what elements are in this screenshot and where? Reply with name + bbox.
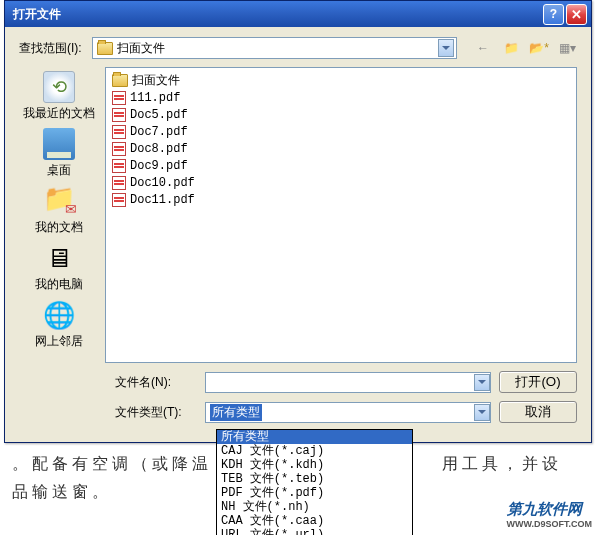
- filetype-option[interactable]: CAJ 文件(*.caj): [217, 444, 412, 458]
- watermark: 第九软件网 WWW.D9SOFT.COM: [507, 500, 593, 529]
- open-button[interactable]: 打开(O): [499, 371, 577, 393]
- filetype-option[interactable]: URL 文件(*.url): [217, 528, 412, 535]
- sidebar-item-computer[interactable]: 我的电脑: [35, 242, 83, 293]
- file-item[interactable]: 扫面文件: [112, 72, 570, 89]
- new-folder-icon[interactable]: 📂*: [529, 38, 549, 58]
- filename-input[interactable]: [205, 372, 491, 393]
- file-item[interactable]: Doc9.pdf: [112, 157, 570, 174]
- file-item[interactable]: Doc8.pdf: [112, 140, 570, 157]
- pdf-icon: [112, 91, 126, 105]
- filetype-option[interactable]: TEB 文件(*.teb): [217, 472, 412, 486]
- sidebar-item-network[interactable]: 网上邻居: [35, 299, 83, 350]
- look-in-row: 查找范围(I): 扫面文件 ← 📁 📂* ▦▾: [5, 27, 591, 67]
- dialog-title: 打开文件: [13, 6, 541, 23]
- up-folder-icon[interactable]: 📁: [501, 38, 521, 58]
- file-item[interactable]: Doc7.pdf: [112, 123, 570, 140]
- close-button[interactable]: ✕: [566, 4, 587, 25]
- view-menu-icon[interactable]: ▦▾: [557, 38, 577, 58]
- filetype-dropdown-list[interactable]: 所有类型CAJ 文件(*.caj)KDH 文件(*.kdh)TEB 文件(*.t…: [216, 429, 413, 535]
- sidebar-item-desktop[interactable]: 桌面: [43, 128, 75, 179]
- file-name: Doc11.pdf: [130, 193, 195, 207]
- pdf-icon: [112, 125, 126, 139]
- cancel-button[interactable]: 取消: [499, 401, 577, 423]
- pdf-icon: [112, 159, 126, 173]
- open-file-dialog: 打开文件 ? ✕ 查找范围(I): 扫面文件 ← 📁 📂* ▦▾ 我最近的文档 …: [4, 0, 592, 443]
- file-name: Doc5.pdf: [130, 108, 188, 122]
- filetype-option[interactable]: CAA 文件(*.caa): [217, 514, 412, 528]
- sidebar-item-recent[interactable]: 我最近的文档: [23, 71, 95, 122]
- file-name: Doc7.pdf: [130, 125, 188, 139]
- file-name: 111.pdf: [130, 91, 180, 105]
- look-in-label: 查找范围(I):: [19, 40, 82, 57]
- filetype-option[interactable]: NH 文件(*.nh): [217, 500, 412, 514]
- network-icon: [43, 299, 75, 331]
- file-item[interactable]: 111.pdf: [112, 89, 570, 106]
- file-item[interactable]: Doc5.pdf: [112, 106, 570, 123]
- file-name: Doc10.pdf: [130, 176, 195, 190]
- filetype-option[interactable]: 所有类型: [217, 430, 412, 444]
- recent-icon: [43, 71, 75, 103]
- desktop-icon: [43, 128, 75, 160]
- pdf-icon: [112, 108, 126, 122]
- help-button[interactable]: ?: [543, 4, 564, 25]
- file-item[interactable]: Doc11.pdf: [112, 191, 570, 208]
- filetype-label: 文件类型(T):: [115, 404, 197, 421]
- dropdown-arrow-icon[interactable]: [438, 39, 454, 57]
- file-name: Doc8.pdf: [130, 142, 188, 156]
- filetype-option[interactable]: KDH 文件(*.kdh): [217, 458, 412, 472]
- file-list[interactable]: 扫面文件111.pdfDoc5.pdfDoc7.pdfDoc8.pdfDoc9.…: [105, 67, 577, 363]
- titlebar[interactable]: 打开文件 ? ✕: [5, 1, 591, 27]
- look-in-combo[interactable]: 扫面文件: [92, 37, 457, 59]
- places-sidebar: 我最近的文档 桌面 我的文档 我的电脑 网上邻居: [13, 67, 105, 363]
- file-name: Doc9.pdf: [130, 159, 188, 173]
- sidebar-item-documents[interactable]: 我的文档: [35, 185, 83, 236]
- folder-icon: [112, 74, 128, 87]
- dropdown-arrow-icon[interactable]: [474, 374, 490, 391]
- back-icon[interactable]: ←: [473, 38, 493, 58]
- pdf-icon: [112, 193, 126, 207]
- dropdown-arrow-icon[interactable]: [474, 404, 490, 421]
- filetype-option[interactable]: PDF 文件(*.pdf): [217, 486, 412, 500]
- documents-icon: [43, 185, 75, 217]
- file-item[interactable]: Doc10.pdf: [112, 174, 570, 191]
- computer-icon: [43, 242, 75, 274]
- file-name: 扫面文件: [132, 72, 180, 89]
- filetype-combo[interactable]: 所有类型: [205, 402, 491, 423]
- look-in-value: 扫面文件: [117, 40, 165, 57]
- pdf-icon: [112, 142, 126, 156]
- filename-label: 文件名(N):: [115, 374, 197, 391]
- pdf-icon: [112, 176, 126, 190]
- folder-icon: [97, 42, 113, 55]
